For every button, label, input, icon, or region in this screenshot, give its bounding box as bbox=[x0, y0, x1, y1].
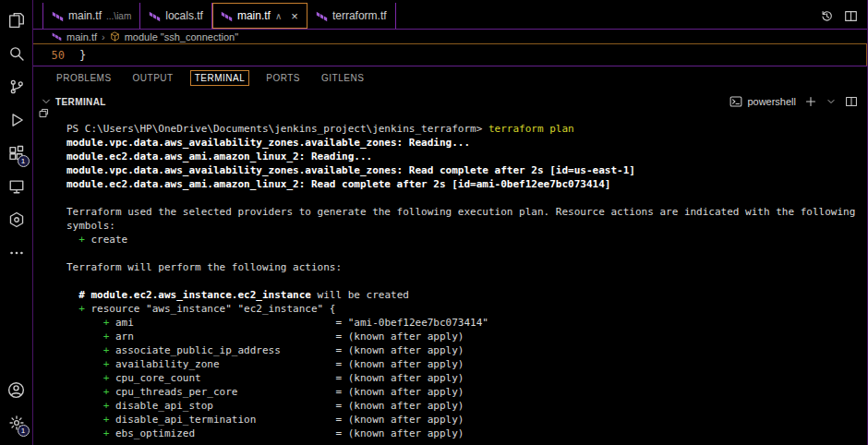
tab-locals-tf[interactable]: locals.tf bbox=[140, 3, 212, 29]
terminal-line: module.vpc.data.aws_availability_zones.a… bbox=[66, 163, 867, 177]
activity-explorer[interactable] bbox=[0, 4, 33, 37]
chevron-down-icon bbox=[41, 96, 52, 107]
tab-terraform-tf[interactable]: terraform.tf bbox=[307, 3, 396, 29]
breadcrumb: main.tf › module "ssh_connection" bbox=[33, 30, 867, 43]
terminal-line: module.ec2.data.aws_ami.amazon_linux_2: … bbox=[66, 177, 867, 191]
module-symbol-icon bbox=[110, 31, 120, 42]
vscode-window: 1 1 main.tf ...\iam bbox=[0, 0, 868, 445]
editor-line-content: } bbox=[79, 49, 86, 62]
more-icon bbox=[8, 245, 25, 261]
terminal-actions: powershell bbox=[729, 95, 858, 108]
tab-main-tf-active[interactable]: main.tf ∧ × bbox=[212, 3, 307, 29]
terraform-file-icon bbox=[52, 10, 64, 22]
terminal-line: # module.ec2.aws_instance.ec2_instance w… bbox=[66, 288, 867, 302]
terminal-line bbox=[66, 191, 867, 205]
activity-source-control[interactable] bbox=[0, 70, 33, 103]
terminal-line: + availability_zone = (known after apply… bbox=[66, 357, 867, 371]
activity-settings[interactable]: 1 bbox=[0, 406, 33, 439]
source-control-icon bbox=[8, 78, 25, 95]
plus-icon bbox=[804, 95, 817, 108]
tab-label: terraform.tf bbox=[332, 9, 387, 22]
editor-tab-bar: main.tf ...\iam locals.tf main.tf ∧ × te… bbox=[33, 0, 867, 30]
panel-tab-bar: PROBLEMS OUTPUT TERMINAL PORTS GITLENS bbox=[33, 66, 867, 89]
split-terminal-icon bbox=[845, 95, 858, 108]
restore-panel-button[interactable] bbox=[38, 107, 50, 119]
tab-description: ...\iam bbox=[106, 11, 131, 21]
terraform-file-icon bbox=[316, 10, 328, 22]
terminal-line: + create bbox=[66, 233, 867, 247]
run-debug-icon bbox=[8, 112, 25, 128]
terraform-file-icon bbox=[221, 10, 233, 22]
breadcrumb-file[interactable]: main.tf bbox=[66, 31, 97, 42]
terminal-line: + cpu_threads_per_core = (known after ap… bbox=[66, 385, 867, 399]
terminal-profiles-dropdown[interactable] bbox=[826, 96, 837, 107]
settings-badge: 1 bbox=[18, 425, 30, 437]
terraform-file-icon bbox=[52, 31, 62, 42]
split-editor-icon bbox=[844, 9, 858, 23]
terminal-profile-button[interactable]: powershell bbox=[729, 95, 796, 108]
terminal-section-toggle[interactable]: TERMINAL bbox=[41, 96, 106, 107]
chevron-down-icon bbox=[826, 96, 837, 107]
search-icon bbox=[8, 45, 25, 62]
files-icon bbox=[8, 12, 25, 29]
restore-panel-icon bbox=[38, 107, 50, 119]
main-area: main.tf ...\iam locals.tf main.tf ∧ × te… bbox=[33, 0, 867, 445]
terminal-line: + disable_api_stop = (known after apply) bbox=[66, 399, 867, 413]
terminal-line bbox=[66, 247, 867, 260]
terminal-line: module.vpc.data.aws_availability_zones.a… bbox=[66, 136, 867, 150]
tab-main-tf-iam[interactable]: main.tf ...\iam bbox=[42, 3, 140, 29]
new-terminal-button[interactable] bbox=[804, 95, 817, 108]
close-icon[interactable]: × bbox=[291, 10, 298, 22]
terminal-line: + ebs_optimized = (known after apply) bbox=[66, 427, 867, 440]
panel-tab-gitlens[interactable]: GITLENS bbox=[317, 70, 368, 86]
account-icon bbox=[7, 381, 25, 399]
panel-tab-ports[interactable]: PORTS bbox=[261, 70, 305, 86]
panel-tab-problems[interactable]: PROBLEMS bbox=[52, 70, 116, 86]
activity-run-debug[interactable] bbox=[0, 103, 33, 137]
terminal-line: Terraform will perform the following act… bbox=[66, 260, 867, 274]
editor-tabs: main.tf ...\iam locals.tf main.tf ∧ × te… bbox=[42, 3, 396, 29]
activity-hexagon-extension[interactable] bbox=[0, 203, 33, 236]
terminal-line: PS C:\Users\HP\OneDrive\Documents\jenkin… bbox=[66, 122, 867, 136]
editor-actions bbox=[820, 3, 867, 29]
tab-label: main.tf bbox=[68, 9, 102, 22]
terminal-header: TERMINAL powershell bbox=[33, 89, 867, 114]
activity-extensions[interactable]: 1 bbox=[0, 137, 33, 170]
powershell-terminal-icon bbox=[729, 95, 742, 108]
breadcrumb-separator: › bbox=[102, 31, 105, 42]
terminal-line: + arn = (known after apply) bbox=[66, 330, 867, 343]
terminal-line: + resource "aws_instance" "ec2_instance"… bbox=[66, 302, 867, 316]
editor-area[interactable]: 50 } bbox=[33, 43, 867, 66]
panel: PROBLEMS OUTPUT TERMINAL PORTS GITLENS T… bbox=[33, 66, 867, 445]
hexagon-extension-icon bbox=[8, 211, 25, 228]
terminal-line: + associate_public_ip_address = (known a… bbox=[66, 343, 867, 357]
history-icon bbox=[820, 9, 834, 23]
terminal-line bbox=[66, 274, 867, 288]
remote-explorer-icon bbox=[8, 178, 25, 195]
history-button[interactable] bbox=[820, 9, 834, 23]
terminal-line: module.ec2.data.aws_ami.amazon_linux_2: … bbox=[66, 150, 867, 163]
terminal-line: + cpu_core_count = (known after apply) bbox=[66, 371, 867, 385]
activity-remote-explorer[interactable] bbox=[0, 170, 33, 203]
split-terminal-button[interactable] bbox=[845, 95, 858, 108]
activity-search[interactable] bbox=[0, 37, 33, 70]
terraform-file-icon bbox=[149, 10, 161, 22]
activity-account[interactable] bbox=[0, 373, 33, 406]
tab-label: main.tf bbox=[237, 9, 271, 22]
terminal-profile-label: powershell bbox=[747, 96, 796, 107]
breadcrumb-symbol[interactable]: module "ssh_connection" bbox=[125, 31, 238, 42]
terminal-line: + ami = "ami-0bef12ee7bc073414" bbox=[66, 316, 867, 330]
terminal-line: symbols: bbox=[66, 219, 867, 233]
terminal-line: Terraform used the selected providers to… bbox=[66, 205, 867, 219]
panel-tab-output[interactable]: OUTPUT bbox=[128, 70, 178, 86]
line-number: 50 bbox=[33, 49, 65, 62]
split-editor-button[interactable] bbox=[844, 9, 858, 23]
tab-label: locals.tf bbox=[165, 9, 203, 22]
activity-more[interactable] bbox=[0, 236, 33, 270]
extensions-badge: 1 bbox=[18, 155, 30, 167]
activity-bar: 1 1 bbox=[0, 0, 33, 445]
terminal-output[interactable]: PS C:\Users\HP\OneDrive\Documents\jenkin… bbox=[33, 114, 867, 445]
terminal-line: + disable_api_termination = (known after… bbox=[66, 413, 867, 427]
terminal-section-label: TERMINAL bbox=[55, 97, 106, 107]
panel-tab-terminal[interactable]: TERMINAL bbox=[190, 70, 250, 86]
